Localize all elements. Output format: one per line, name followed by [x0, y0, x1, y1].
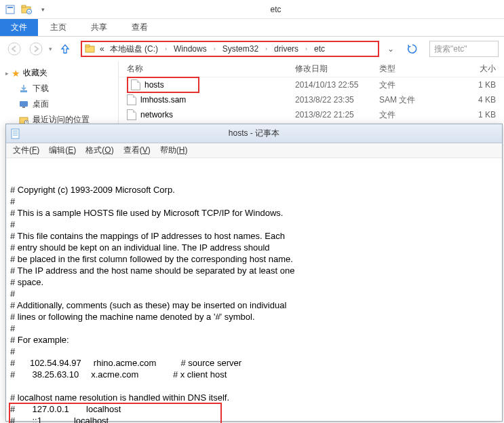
ribbon-tabs: 文件 主页 共享 查看: [0, 19, 504, 37]
nav-favorites-header[interactable]: ▸ ★ 收藏夹: [3, 65, 115, 81]
breadcrumb-item[interactable]: etc: [313, 44, 326, 54]
nav-item-desktop[interactable]: 桌面: [3, 96, 115, 112]
download-icon: [19, 84, 28, 94]
window-title: etc: [50, 5, 501, 14]
file-type: 文件: [379, 109, 454, 121]
file-date: 2013/8/22 23:35: [295, 95, 379, 105]
file-name: networks: [140, 110, 173, 119]
svg-text:+: +: [28, 10, 31, 14]
notepad-icon: [10, 128, 21, 139]
ribbon-tab-view[interactable]: 查看: [119, 19, 160, 36]
file-size: 1 KB: [454, 110, 504, 119]
breadcrumb-item[interactable]: System32: [221, 44, 260, 54]
notepad-window: hosts - 记事本 文件(F)编辑(E)格式(O)查看(V)帮助(H) # …: [5, 124, 503, 422]
svg-rect-12: [22, 107, 25, 108]
recent-dropdown-icon[interactable]: ▾: [49, 45, 52, 52]
address-dropdown-icon[interactable]: ⌄: [383, 44, 398, 54]
menu-item[interactable]: 帮助(H): [156, 143, 192, 158]
folder-icon: [85, 43, 96, 54]
properties-icon[interactable]: [3, 2, 18, 17]
col-header-name[interactable]: 名称: [119, 63, 295, 75]
file-date: 2014/10/13 22:55: [295, 80, 379, 90]
chevron-right-icon[interactable]: ›: [162, 45, 170, 52]
breadcrumb-prefix: «: [98, 44, 106, 54]
col-header-size[interactable]: 大小: [454, 63, 504, 75]
address-toolbar: ▾ « 本地磁盘 (C:)› Windows› System32› driver…: [0, 37, 504, 61]
nav-item-label: 桌面: [33, 98, 49, 110]
chevron-right-icon[interactable]: ›: [263, 45, 270, 52]
chevron-right-icon[interactable]: ›: [303, 45, 310, 52]
svg-rect-10: [20, 90, 27, 92]
file-name: lmhosts.sam: [140, 95, 186, 105]
ribbon-file-tab[interactable]: 文件: [0, 19, 38, 36]
menu-item[interactable]: 格式(O): [81, 143, 117, 158]
up-button[interactable]: [56, 40, 74, 58]
desktop-icon: [19, 100, 28, 109]
svg-point-6: [8, 43, 20, 55]
svg-rect-11: [20, 101, 28, 107]
file-row[interactable]: networks2013/8/22 21:25文件1 KB: [119, 107, 504, 122]
menu-item[interactable]: 查看(V): [119, 143, 155, 158]
svg-rect-9: [85, 45, 90, 47]
file-date: 2013/8/22 21:25: [295, 110, 379, 119]
breadcrumb-item[interactable]: 本地磁盘 (C:): [109, 43, 159, 55]
breadcrumb-item[interactable]: Windows: [172, 44, 208, 54]
nav-favorites-label: 收藏夹: [23, 67, 47, 79]
forward-button[interactable]: [27, 40, 45, 58]
ribbon-tab-home[interactable]: 主页: [38, 19, 79, 36]
notepad-title-text: hosts - 记事本: [229, 128, 279, 139]
qat-dropdown-icon[interactable]: ▾: [35, 2, 50, 17]
back-button[interactable]: [5, 40, 23, 58]
titlebar: + ▾ etc: [0, 0, 504, 19]
menu-item[interactable]: 文件(F): [9, 143, 43, 158]
file-size: 1 KB: [454, 80, 504, 90]
chevron-right-icon[interactable]: ›: [211, 45, 218, 52]
expand-icon[interactable]: ▸: [5, 70, 9, 77]
svg-point-7: [30, 43, 42, 55]
nav-item-downloads[interactable]: 下载: [3, 81, 115, 96]
star-icon: ★: [12, 68, 20, 79]
quick-access-toolbar: + ▾: [3, 2, 50, 17]
notepad-text[interactable]: # Copyright (c) 1993-2009 Microsoft Corp…: [10, 184, 498, 423]
new-folder-icon[interactable]: +: [19, 2, 34, 17]
file-icon: [131, 79, 140, 90]
file-row[interactable]: lmhosts.sam2013/8/22 23:35SAM 文件4 KB: [119, 92, 504, 107]
col-header-type[interactable]: 类型: [379, 63, 454, 75]
highlight-annotation: [9, 403, 222, 423]
file-icon: [127, 109, 136, 120]
file-type: 文件: [379, 79, 454, 91]
svg-rect-15: [12, 129, 19, 139]
file-row[interactable]: hosts2014/10/13 22:55文件1 KB: [119, 77, 504, 92]
file-icon: [127, 94, 136, 105]
svg-rect-0: [6, 5, 14, 14]
column-headers: 名称 修改日期 类型 大小: [119, 61, 504, 77]
refresh-button[interactable]: [405, 41, 420, 56]
svg-rect-3: [22, 5, 26, 7]
menu-item[interactable]: 编辑(E): [45, 143, 80, 158]
breadcrumb-item[interactable]: drivers: [273, 44, 300, 54]
search-placeholder: 搜索"etc": [434, 43, 467, 55]
file-type: SAM 文件: [379, 94, 454, 106]
file-name: hosts: [144, 80, 164, 90]
highlight-annotation: hosts: [127, 77, 199, 93]
file-size: 4 KB: [454, 95, 504, 105]
search-input[interactable]: 搜索"etc": [429, 41, 499, 57]
breadcrumb-bar[interactable]: « 本地磁盘 (C:)› Windows› System32› drivers›…: [81, 41, 379, 57]
notepad-body[interactable]: # Copyright (c) 1993-2009 Microsoft Corp…: [6, 158, 502, 423]
notepad-titlebar[interactable]: hosts - 记事本: [6, 124, 502, 143]
notepad-menubar: 文件(F)编辑(E)格式(O)查看(V)帮助(H): [6, 143, 502, 158]
col-header-date[interactable]: 修改日期: [295, 63, 379, 75]
nav-item-label: 下载: [33, 83, 49, 94]
svg-rect-1: [7, 7, 13, 8]
ribbon-tab-share[interactable]: 共享: [79, 19, 119, 36]
